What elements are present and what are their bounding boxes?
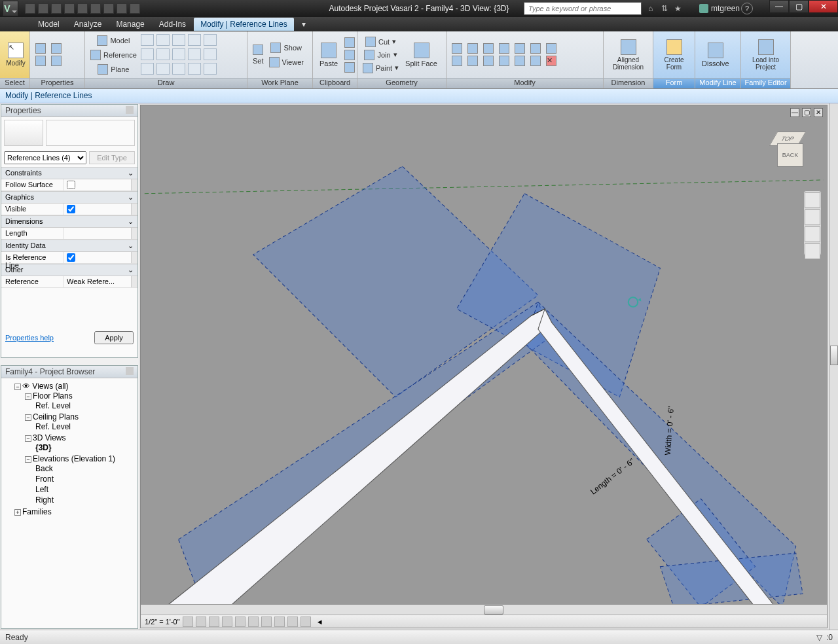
workplane-set-button[interactable]	[251, 44, 265, 56]
copy-clipboard-button[interactable]	[343, 49, 356, 61]
move-button[interactable]	[450, 43, 464, 54]
tree-families[interactable]: +Families	[14, 507, 135, 517]
cut-geometry-button[interactable]: Cut▾	[361, 36, 400, 48]
3d-viewport[interactable]: — ▢ ✕ TOP BACK	[140, 105, 828, 628]
draw-model-button[interactable]: Model	[89, 35, 138, 46]
tree-views[interactable]: −👁 Views (all) −Floor Plans Ref. Level −…	[14, 381, 135, 507]
select-button[interactable]: ↖Modify	[4, 41, 27, 68]
prop-group-other[interactable]: Other⌄	[1, 264, 137, 276]
qat-3d-icon[interactable]	[117, 3, 127, 14]
tree-elev-front[interactable]: Front	[35, 474, 135, 484]
tree-floor-plans[interactable]: −Floor Plans Ref. Level	[25, 391, 135, 412]
mirror-axis-button[interactable]	[482, 55, 495, 67]
tree-fp-ref-level[interactable]: Ref. Level	[35, 401, 135, 411]
pin-button[interactable]	[529, 55, 542, 67]
workplane-viewer-button[interactable]: Viewer	[268, 56, 305, 68]
delete-button[interactable]: ✕	[545, 55, 558, 67]
rect-tool-icon[interactable]	[156, 34, 170, 46]
view-cube[interactable]: TOP BACK	[768, 132, 807, 171]
apply-button[interactable]: Apply	[94, 331, 134, 344]
offset-button[interactable]	[450, 55, 464, 67]
visual-style-icon[interactable]	[196, 617, 206, 627]
selection-filter-select[interactable]: Reference Lines (4)	[4, 151, 86, 164]
tree-3d-current[interactable]: {3D}	[35, 442, 135, 453]
follow-surface-checkbox[interactable]	[67, 181, 75, 189]
family-types-button[interactable]	[50, 43, 63, 54]
tab-analyze[interactable]: Analyze	[67, 18, 109, 31]
ellipse2-tool-icon[interactable]	[141, 63, 154, 75]
tab-addins[interactable]: Add-Ins	[153, 18, 192, 31]
array-button[interactable]	[513, 55, 526, 67]
mirror-button[interactable]	[466, 55, 479, 67]
spline2-icon[interactable]	[188, 63, 201, 75]
temp-hide-icon[interactable]	[287, 617, 298, 627]
filter-icon[interactable]: ▽	[816, 633, 822, 642]
viewcube-back[interactable]: BACK	[777, 143, 803, 167]
orbit-icon[interactable]	[805, 243, 820, 259]
scale-button[interactable]	[529, 43, 542, 54]
search-input[interactable]	[524, 2, 642, 15]
dissolve-button[interactable]: Dissolve	[699, 41, 732, 69]
copy-button[interactable]	[466, 43, 479, 54]
vp-maximize-button[interactable]: ▢	[802, 108, 811, 117]
edit-type-button[interactable]: Edit Type	[89, 151, 135, 164]
type-selector[interactable]	[1, 117, 137, 149]
pan-icon[interactable]	[805, 209, 820, 225]
vp-close-button[interactable]: ✕	[814, 108, 823, 117]
properties-button[interactable]	[34, 43, 47, 54]
align-button[interactable]	[513, 43, 526, 54]
reveal-hidden-icon[interactable]	[301, 617, 311, 627]
draw-reference-button[interactable]: Reference	[89, 49, 138, 61]
prop-group-dimensions[interactable]: Dimensions⌄	[1, 215, 137, 228]
tree-3d-views[interactable]: −3D Views {3D}	[25, 433, 135, 454]
type-dropdown[interactable]	[46, 120, 135, 146]
properties-panel-header[interactable]: Properties	[1, 105, 137, 117]
visible-checkbox[interactable]	[67, 205, 75, 213]
line-tool-icon[interactable]	[141, 34, 154, 46]
tab-manage[interactable]: Manage	[109, 18, 151, 31]
qat-dropdown-icon[interactable]	[130, 3, 140, 14]
is-ref-line-checkbox[interactable]	[67, 253, 75, 262]
fillet-tool-icon[interactable]	[172, 48, 185, 60]
tree-elev-back[interactable]: Back	[35, 463, 135, 474]
paint-button[interactable]: Paint▾	[361, 62, 400, 74]
project-units-button[interactable]	[50, 55, 63, 67]
tree-ceiling-plans[interactable]: −Ceiling Plans Ref. Level	[25, 412, 135, 433]
crop-view-icon[interactable]	[248, 617, 259, 627]
qat-section-icon[interactable]	[103, 3, 114, 14]
circle-tool-icon[interactable]	[188, 34, 201, 46]
exchange-icon[interactable]: ⇅	[661, 4, 670, 13]
create-form-button[interactable]: Create Form	[657, 38, 691, 72]
qat-undo-icon[interactable]	[51, 3, 62, 14]
reference-value[interactable]: Weak Refere...	[64, 276, 131, 287]
minimize-button[interactable]: —	[769, 0, 789, 13]
steering-wheel-icon[interactable]	[805, 192, 820, 208]
tree-elevations[interactable]: −Elevations (Elevation 1) Back Front Lef…	[25, 454, 135, 506]
view-scale[interactable]: 1/2" = 1'-0"	[145, 618, 180, 626]
length-value[interactable]	[64, 228, 131, 239]
draw-plane-button[interactable]: Plane	[89, 63, 138, 75]
vp-minimize-button[interactable]: —	[790, 108, 799, 117]
qat-open-icon[interactable]	[25, 3, 35, 14]
zoom-icon[interactable]	[805, 226, 820, 242]
split-button[interactable]	[498, 55, 511, 67]
viewport-hscroll[interactable]	[141, 604, 827, 615]
pin-icon[interactable]	[126, 106, 134, 114]
arc2-tool-icon[interactable]	[141, 48, 154, 60]
shadows-icon[interactable]	[222, 617, 232, 627]
qat-print-icon[interactable]	[77, 3, 88, 14]
maximize-button[interactable]: ▢	[789, 0, 809, 13]
crop-region-icon[interactable]	[261, 617, 272, 627]
load-into-project-button[interactable]: Load into Project	[745, 38, 786, 72]
cut-clipboard-button[interactable]	[343, 37, 356, 48]
user-menu[interactable]: mtgreen	[699, 4, 740, 13]
tab-model[interactable]: Model	[31, 18, 66, 31]
join-geometry-button[interactable]: Join▾	[361, 49, 400, 61]
close-button[interactable]: ✕	[809, 0, 838, 13]
rotate-button[interactable]	[482, 43, 495, 54]
qat-redo-icon[interactable]	[64, 3, 75, 14]
tree-elev-left[interactable]: Left	[35, 484, 135, 495]
viewport-vscroll[interactable]	[829, 103, 838, 630]
sun-path-icon[interactable]	[209, 617, 219, 627]
tab-modify-reference-lines[interactable]: Modify | Reference Lines	[194, 18, 294, 31]
